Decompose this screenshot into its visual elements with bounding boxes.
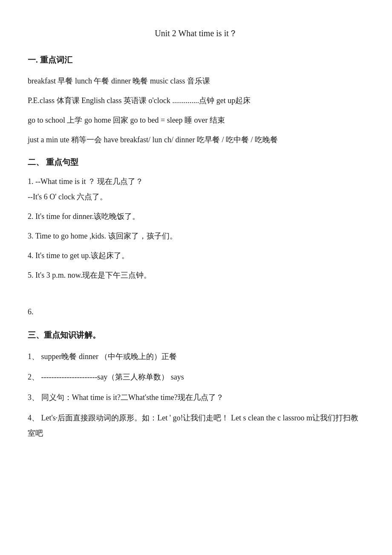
sentence-1-text: --What time is it ？ 现在几点了？ <box>35 177 143 186</box>
blank-item-6: 6. <box>28 304 364 319</box>
knowledge-item-1: 1、 supper晚餐 dinner （中午或晚上的）正餐 <box>28 349 364 364</box>
sentence-1-num: 1. <box>28 177 34 186</box>
knowledge-2-text: ----------------------say（第三人称单数） says <box>41 373 184 381</box>
sentence-1: 1. --What time is it ？ 现在几点了？ --It's 6 O… <box>28 174 364 204</box>
sentence-4: 4. It's time to get up.该起床了。 <box>28 248 364 263</box>
knowledge-4-text: Let's·后面直接跟动词的原形。如：Let ' go!让我们走吧！ Let s… <box>28 414 358 437</box>
section2-heading: 二、 重点句型 <box>28 155 364 170</box>
knowledge-item-3: 3、 同义句：What time is it?二What'sthe time?现… <box>28 390 364 405</box>
knowledge-item-4: 4、 Let's·后面直接跟动词的原形。如：Let ' go!让我们走吧！ Le… <box>28 410 364 441</box>
sentence-3-num: 3. <box>28 232 34 240</box>
sentence-2: 2. It's time for dinner.该吃晚饭了。 <box>28 209 364 224</box>
vocab-line-2: P.E.class 体育课 English class 英语课 o'clock … <box>28 93 364 108</box>
sentence-4-text: It's time to get up.该起床了。 <box>35 251 129 260</box>
section3-heading: 三、重点知识讲解。 <box>28 328 364 342</box>
spacer-1 <box>28 287 364 296</box>
page-title: Unit 2 What time is it？ <box>28 26 364 41</box>
sentence-5-text: It's 3 p.m. now.现在是下午三点钟。 <box>35 271 151 279</box>
sentence-2-text: It's time for dinner.该吃晚饭了。 <box>35 212 140 221</box>
knowledge-1-text: supper晚餐 dinner （中午或晚上的）正餐 <box>41 352 177 361</box>
sentence-1-sub: --It's 6 O' clock 六点了。 <box>28 193 107 201</box>
knowledge-item-2: 2、 ----------------------say（第三人称单数） say… <box>28 369 364 385</box>
sentence-2-num: 2. <box>28 212 34 221</box>
sentence-4-num: 4. <box>28 251 34 260</box>
spacer-2 <box>28 296 364 304</box>
knowledge-1-num: 1、 <box>28 352 39 361</box>
sentence-3-text: Time to go home ,kids. 该回家了，孩子们。 <box>35 232 177 240</box>
knowledge-4-num: 4、 <box>28 414 39 422</box>
sentence-3: 3. Time to go home ,kids. 该回家了，孩子们。 <box>28 228 364 244</box>
vocab-line-3: go to school 上学 go home 回家 go to bed = s… <box>28 112 364 128</box>
knowledge-3-num: 3、 <box>28 393 39 402</box>
vocab-line-4: just a min ute 稍等一会 have breakfast/ lun … <box>28 132 364 147</box>
vocab-line-1: breakfast 早餐 lunch 午餐 dinner 晚餐 music cl… <box>28 73 364 89</box>
sentence-5-num: 5. <box>28 271 34 279</box>
knowledge-3-text: 同义句：What time is it?二What'sthe time?现在几点… <box>41 393 224 402</box>
section1-heading: 一. 重点词汇 <box>28 53 364 67</box>
sentence-5: 5. It's 3 p.m. now.现在是下午三点钟。 <box>28 267 364 283</box>
knowledge-2-num: 2、 <box>28 373 39 381</box>
